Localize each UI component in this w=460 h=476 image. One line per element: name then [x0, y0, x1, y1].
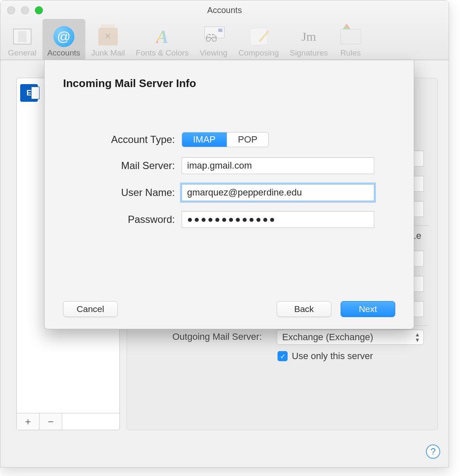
toolbar-tab-general[interactable]: General [3, 19, 42, 60]
button-label: Back [294, 304, 314, 314]
incoming-mail-server-sheet: Incoming Mail Server Info Account Type: … [44, 60, 414, 329]
outgoing-mail-server-label: Outgoing Mail Server: [172, 331, 262, 342]
sidebar-footer: + − [17, 413, 119, 430]
titlebar: Accounts General @ Accounts Junk Mail A … [0, 0, 449, 60]
add-account-button[interactable]: + [17, 413, 40, 430]
outgoing-mail-server-select[interactable]: Exchange (Exchange) ▲▼ [277, 330, 424, 345]
fonts-colors-icon: A [151, 26, 174, 47]
toolbar-label: General [8, 48, 37, 58]
toolbar-label: Composing [238, 48, 279, 58]
help-button[interactable]: ? [426, 444, 440, 459]
window-title: Accounts [0, 5, 449, 15]
row-password: Password: [63, 211, 395, 228]
segment-label: POP [238, 134, 257, 145]
toolbar-tab-composing[interactable]: Composing [233, 19, 284, 60]
toolbar-tab-signatures[interactable]: Jm Signatures [285, 19, 333, 60]
junk-mail-icon [96, 26, 120, 47]
toolbar-tab-fonts-colors[interactable]: A Fonts & Colors [131, 19, 194, 60]
toolbar-label: Accounts [48, 48, 80, 58]
help-icon: ? [431, 446, 436, 457]
exchange-icon: E [20, 84, 38, 102]
sheet-title: Incoming Mail Server Info [63, 77, 395, 90]
minus-icon: − [48, 416, 53, 428]
preferences-toolbar: General @ Accounts Junk Mail A Fonts & C… [3, 19, 446, 60]
remove-account-button[interactable]: − [40, 413, 62, 430]
password-label: Password: [63, 214, 182, 225]
segment-label: IMAP [193, 134, 216, 145]
chevron-updown-icon: ▲▼ [415, 332, 420, 343]
segment-imap[interactable]: IMAP [182, 132, 227, 147]
general-icon [11, 26, 34, 47]
account-type-segmented: IMAP POP [182, 132, 269, 147]
select-value: Exchange (Exchange) [282, 332, 373, 343]
checkbox-label: Use only this server [292, 351, 373, 362]
composing-icon [247, 26, 270, 47]
user-name-label: User Name: [63, 187, 182, 198]
button-label: Cancel [77, 304, 104, 314]
checkbox-checked-icon: ✓ [278, 351, 288, 361]
toolbar-tab-junk-mail[interactable]: Junk Mail [86, 19, 130, 60]
mail-server-input[interactable] [182, 157, 374, 174]
row-mail-server: Mail Server: [63, 157, 395, 174]
password-input[interactable] [182, 211, 374, 228]
row-account-type: Account Type: IMAP POP [63, 132, 395, 147]
toolbar-label: Signatures [290, 48, 328, 58]
sheet-button-row: Cancel Back Next [63, 301, 395, 317]
rules-icon [339, 26, 362, 47]
toolbar-label: Junk Mail [91, 48, 125, 58]
toolbar-label: Fonts & Colors [136, 48, 189, 58]
preferences-window: Accounts General @ Accounts Junk Mail A … [0, 0, 449, 468]
account-type-label: Account Type: [63, 134, 182, 145]
back-button[interactable]: Back [277, 301, 331, 317]
plus-icon: + [25, 416, 31, 428]
row-user-name: User Name: [63, 184, 395, 201]
accounts-icon: @ [52, 26, 76, 47]
segment-pop[interactable]: POP [227, 132, 268, 147]
toolbar-tab-rules[interactable]: Rules [334, 19, 367, 60]
toolbar-tab-viewing[interactable]: 👓︎ Viewing [195, 19, 233, 60]
next-button[interactable]: Next [341, 301, 395, 317]
toolbar-label: Viewing [200, 48, 227, 58]
signatures-icon: Jm [297, 26, 320, 47]
button-label: Next [359, 304, 377, 314]
toolbar-label: Rules [341, 48, 361, 58]
mail-server-label: Mail Server: [63, 160, 182, 172]
cancel-button[interactable]: Cancel [63, 301, 118, 317]
user-name-input[interactable] [182, 184, 374, 201]
toolbar-tab-accounts[interactable]: @ Accounts [42, 19, 85, 60]
use-only-this-server-row[interactable]: ✓ Use only this server [278, 351, 373, 362]
viewing-icon: 👓︎ [202, 26, 225, 47]
